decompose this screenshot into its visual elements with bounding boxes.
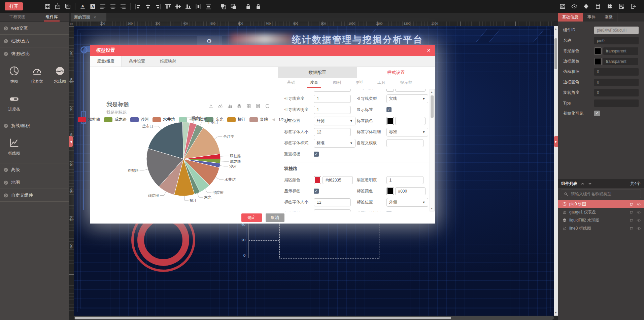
tab-component-library[interactable]: 组件库 [35, 13, 69, 22]
field-input-引导线透明度[interactable] [314, 106, 351, 114]
delete-component-icon[interactable] [629, 202, 634, 206]
field-select-标签字体样式[interactable]: 标准▼ [314, 139, 355, 148]
align-center-h-button[interactable] [144, 3, 151, 10]
tab-dimension-mapping[interactable]: 维度映射 [152, 56, 183, 67]
sidebar-section-3[interactable]: 折线/面积 [0, 119, 69, 132]
component-search-input[interactable] [570, 191, 638, 197]
field-input-自定义模板[interactable] [386, 139, 423, 147]
field-input-扇区颜色[interactable] [323, 176, 353, 184]
color-swatch[interactable] [314, 176, 321, 184]
exit-button[interactable] [630, 3, 637, 10]
scroll-down-icon[interactable]: ▼ [430, 206, 434, 211]
field-input-旋转角度[interactable] [594, 89, 639, 96]
field-checkbox-初始化可见[interactable]: ✓ [594, 111, 600, 116]
sub-tab-基础[interactable]: 基础 [284, 78, 298, 88]
move-up-icon[interactable] [580, 182, 585, 186]
collapse-left-panel-handle[interactable]: ◀ [69, 136, 73, 147]
gear-icon[interactable]: ⚙ [206, 37, 212, 45]
sidebar-section-4[interactable]: 高级 [0, 163, 69, 176]
save-as-button[interactable] [54, 3, 61, 10]
sub-tab-图例[interactable]: 图例 [330, 78, 344, 88]
field-input-二级线[interactable] [314, 89, 351, 92]
unlock-button[interactable] [255, 3, 262, 10]
component-list-item[interactable]: pie0 饼图 [558, 200, 644, 208]
sidebar-section-2[interactable]: 饼图/占比 [0, 47, 69, 60]
text-align-center-button[interactable] [109, 3, 116, 10]
sidebar-section-0[interactable]: web交互 [0, 22, 69, 34]
tab-data-config[interactable]: 数据配置 [278, 67, 357, 78]
close-dialog-icon[interactable]: × [427, 47, 431, 53]
data-list-button[interactable] [595, 3, 601, 10]
library-item-gauge[interactable]: 仪表盘 [28, 65, 46, 84]
sidebar-section-5[interactable]: 地图 [0, 176, 69, 189]
text-align-right-button[interactable] [120, 3, 127, 10]
field-input-背景颜色[interactable] [603, 47, 638, 55]
align-bottom-button[interactable] [185, 3, 192, 10]
color-swatch[interactable] [594, 58, 602, 65]
sub-tab-grid[interactable]: grid [353, 78, 366, 87]
align-left-button[interactable] [134, 3, 141, 10]
toggle-visibility-icon[interactable] [637, 210, 641, 214]
tab-events[interactable]: 事件 [583, 13, 600, 22]
field-input-名称[interactable] [594, 37, 639, 44]
component-list-item[interactable]: liquidFill2 水球图 [558, 216, 644, 224]
eye-button[interactable] [571, 3, 578, 10]
sidebar-section-1[interactable]: 柱状/直方 [0, 35, 69, 47]
tab-style-settings[interactable]: 样式设置 [357, 67, 436, 78]
field-input-Tips[interactable] [594, 99, 639, 107]
color-swatch[interactable] [386, 117, 394, 125]
field-input-引导线颜色[interactable] [395, 89, 426, 92]
close-tab-icon[interactable]: × [94, 15, 96, 20]
field-input-标签模板[interactable] [314, 209, 351, 212]
distribute-h-button[interactable] [195, 3, 202, 10]
library-item-liquid[interactable]: 水球图 [50, 65, 69, 84]
toggle-visibility-icon[interactable] [637, 226, 641, 231]
sub-tab-度量[interactable]: 度量 [307, 78, 321, 88]
settings-scroll-thumb[interactable] [431, 95, 434, 118]
field-input-边框颜色[interactable] [603, 58, 638, 65]
delete-component-icon[interactable] [629, 218, 634, 223]
field-input-标签字体大小[interactable] [314, 198, 351, 206]
library-item-progress[interactable]: 进度条 [5, 93, 24, 112]
text-align-left-button[interactable] [99, 3, 106, 10]
lock-button[interactable] [245, 3, 252, 10]
toggle-visibility-icon[interactable] [637, 218, 641, 223]
library-item-pie[interactable]: 饼图 [5, 65, 24, 84]
delete-component-icon[interactable] [629, 210, 634, 214]
field-checkbox-重置模板[interactable]: ✓ [314, 152, 319, 157]
field-input-边框粗细[interactable] [594, 68, 639, 76]
field-input-标签字体大小[interactable] [314, 128, 351, 136]
send-back-button[interactable] [230, 3, 237, 10]
field-input-组件ID[interactable] [594, 27, 639, 34]
tab-advanced[interactable]: 高级 [600, 13, 617, 22]
distribute-v-button[interactable] [205, 3, 212, 10]
tab-measure-dimension[interactable]: 度量/维度 [90, 56, 122, 67]
tab-project-view[interactable]: 工程视图 [0, 13, 35, 22]
save-button[interactable] [44, 3, 51, 10]
library-item-line[interactable]: 折线图 [5, 137, 24, 156]
font-underline-button[interactable]: A [79, 3, 86, 10]
confirm-button[interactable]: 确定 [241, 213, 262, 222]
export-data-button[interactable] [618, 3, 625, 10]
tab-basic-info[interactable]: 基础信息 [558, 13, 583, 22]
settings-scrollbar[interactable]: ▲ ▼ [430, 89, 435, 211]
field-checkbox-显示标签[interactable]: ✓ [314, 189, 319, 194]
pie-chart[interactable]: 双桂路成龙路沙河水井坊书院街东光柳江督院街春熙路盐市口狮子山莲新牛市口合江亭 [90, 67, 278, 211]
cancel-button[interactable]: 取消 [266, 213, 284, 222]
field-checkbox-显示标签[interactable]: ✓ [386, 107, 392, 112]
align-top-button[interactable] [165, 3, 172, 10]
dialog-header[interactable]: 模型设置 × [90, 45, 435, 56]
field-select-标签字体粗细[interactable]: 标准▼ [386, 128, 428, 136]
save-copy-button[interactable] [64, 3, 71, 10]
field-checkbox-重置标签模板[interactable]: ✓ [386, 211, 392, 211]
collapse-right-panel-handle[interactable]: ▶ [554, 136, 558, 147]
toggle-visibility-icon[interactable] [637, 202, 641, 206]
scroll-up-icon[interactable]: ▲ [554, 27, 558, 31]
scroll-up-icon[interactable]: ▲ [430, 90, 434, 94]
field-input-引导线宽度[interactable] [314, 95, 351, 103]
field-input-标签颜色[interactable] [395, 117, 426, 125]
page-tab[interactable]: 新的页面 × [71, 13, 106, 22]
delete-component-icon[interactable] [629, 226, 634, 231]
open-button[interactable]: 打开 [5, 2, 23, 10]
bring-front-button[interactable] [220, 3, 227, 10]
